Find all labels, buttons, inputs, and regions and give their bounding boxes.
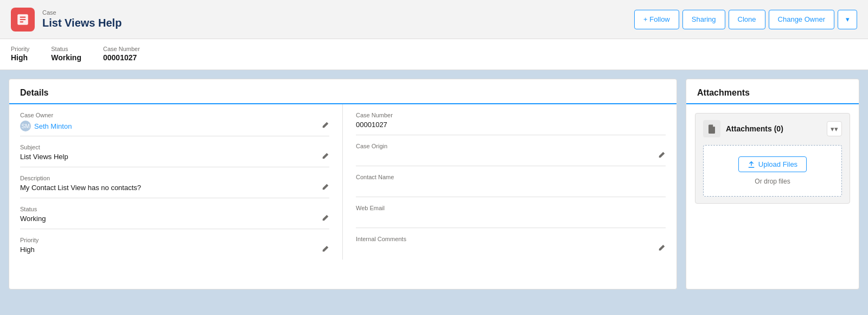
status-field: Status Working <box>20 198 329 229</box>
attachments-dropdown-button[interactable]: ▾ <box>827 121 842 136</box>
header-title-block: Case List Views Help <box>42 9 122 29</box>
status-field-label: Status <box>20 206 329 212</box>
case-number-field-label: Case Number <box>356 112 666 118</box>
case-number-label: Case Number <box>103 46 140 52</box>
internal-comments-value <box>356 244 666 254</box>
header-left: Case List Views Help <box>11 8 122 32</box>
upload-zone[interactable]: Upload Files Or drop files <box>703 145 842 197</box>
description-field: Description My Contact List View has no … <box>20 167 329 198</box>
description-label: Description <box>20 175 329 181</box>
top-header: Case List Views Help + Follow Sharing Cl… <box>0 0 868 39</box>
attachments-panel: Attachments Attachments (0) ▾ <box>686 79 859 289</box>
page-title: List Views Help <box>42 16 122 29</box>
priority-field-value: High <box>20 245 329 255</box>
attachments-header: Attachments <box>686 79 859 104</box>
internal-comments-edit-icon[interactable] <box>658 244 666 253</box>
details-panel-header: Details <box>9 79 676 104</box>
case-origin-value <box>356 152 666 161</box>
attachments-card-title: Attachments (0) <box>703 120 783 137</box>
subject-edit-icon[interactable] <box>322 152 329 161</box>
avatar: SM <box>20 121 31 131</box>
case-origin-edit-icon[interactable] <box>658 151 666 160</box>
sub-header-status: Status Working <box>51 46 81 62</box>
description-edit-icon[interactable] <box>322 183 329 192</box>
fields-grid: Case Owner SM Seth Minton Subject List V… <box>9 104 676 260</box>
attach-doc-icon <box>703 120 720 137</box>
sub-header-priority: Priority High <box>11 46 29 62</box>
contact-name-label: Contact Name <box>356 174 666 180</box>
right-column: Case Number 00001027 Case Origin Contact… <box>343 104 666 260</box>
web-email-label: Web Email <box>356 205 666 211</box>
subject-label: Subject <box>20 144 329 150</box>
header-actions: + Follow Sharing Clone Change Owner <box>634 10 857 29</box>
chevron-down-icon <box>846 15 850 23</box>
details-panel: Details Case Owner SM Seth Minton <box>9 79 677 289</box>
web-email-value <box>356 213 666 223</box>
case-number-value: 00001027 <box>103 53 140 62</box>
status-field-value: Working <box>20 215 329 224</box>
web-email-field: Web Email <box>356 197 666 228</box>
case-number-field: Case Number 00001027 <box>356 104 666 135</box>
internal-comments-field: Internal Comments <box>356 228 666 259</box>
app-icon <box>11 8 35 32</box>
case-owner-field: Case Owner SM Seth Minton <box>20 104 329 136</box>
sharing-button[interactable]: Sharing <box>682 10 725 29</box>
case-owner-edit-icon[interactable] <box>322 121 329 130</box>
actions-dropdown-button[interactable] <box>838 10 857 29</box>
clone-button[interactable]: Clone <box>729 10 765 29</box>
upload-files-button[interactable]: Upload Files <box>738 156 807 172</box>
case-number-field-value: 00001027 <box>356 121 666 130</box>
follow-button[interactable]: + Follow <box>634 10 679 29</box>
case-origin-field: Case Origin <box>356 135 666 166</box>
status-edit-icon[interactable] <box>322 214 329 223</box>
sub-header-case-number: Case Number 00001027 <box>103 46 140 62</box>
status-label: Status <box>51 46 81 52</box>
attachments-chevron-icon: ▾ <box>831 125 838 133</box>
subject-field: Subject List Views Help <box>20 136 329 167</box>
priority-label: Priority <box>11 46 29 52</box>
sub-header: Priority High Status Working Case Number… <box>0 39 868 70</box>
priority-field: Priority High <box>20 229 329 260</box>
svg-rect-2 <box>20 18 26 20</box>
left-column: Case Owner SM Seth Minton Subject List V… <box>20 104 343 260</box>
upload-icon <box>748 161 755 168</box>
description-value: My Contact List View has no contacts? <box>20 184 329 193</box>
drop-text: Or drop files <box>712 178 833 185</box>
attachments-title: Attachments <box>697 88 750 103</box>
status-value: Working <box>51 53 81 62</box>
svg-rect-1 <box>20 16 26 17</box>
attachments-card: Attachments (0) ▾ Upload Files Or drop f… <box>695 113 850 204</box>
case-owner-label: Case Owner <box>20 112 329 118</box>
internal-comments-label: Internal Comments <box>356 236 666 242</box>
case-owner-value[interactable]: SM Seth Minton <box>20 121 329 131</box>
main-content: Details Case Owner SM Seth Minton <box>0 70 868 298</box>
details-title: Details <box>20 88 48 103</box>
contact-name-field: Contact Name <box>356 166 666 197</box>
app-label: Case <box>42 9 122 16</box>
subject-value: List Views Help <box>20 153 329 162</box>
svg-rect-3 <box>20 21 24 22</box>
case-icon <box>16 12 30 27</box>
contact-name-value <box>356 182 666 192</box>
priority-field-label: Priority <box>20 237 329 243</box>
priority-edit-icon[interactable] <box>322 245 329 254</box>
priority-value: High <box>11 53 29 62</box>
case-origin-label: Case Origin <box>356 143 666 149</box>
change-owner-button[interactable]: Change Owner <box>769 10 834 29</box>
attachments-card-header: Attachments (0) ▾ <box>703 120 842 137</box>
